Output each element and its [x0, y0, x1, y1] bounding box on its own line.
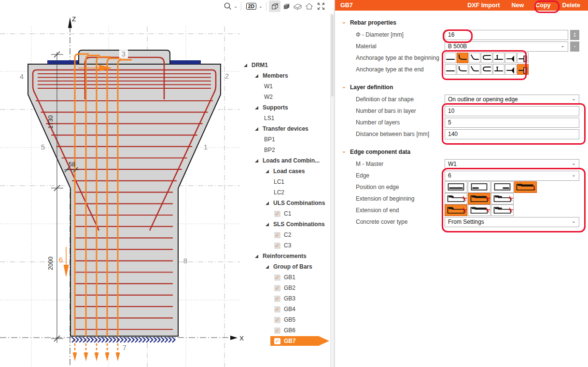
edge-select[interactable]: 6⌄ [445, 171, 579, 181]
section-view-button[interactable] [292, 0, 304, 12]
bar-distance-input[interactable]: 140 [445, 129, 579, 139]
zoom-tool-button[interactable] [222, 0, 234, 12]
anchor-head-icon-button[interactable] [517, 53, 529, 63]
tree-item-uls-combinations[interactable]: ULS Combinations [241, 198, 333, 208]
scrollbar-thumb[interactable] [331, 14, 334, 96]
anchor-plate-icon-button[interactable] [505, 53, 517, 63]
checkbox[interactable]: ✓ [274, 232, 280, 238]
collapse-chevron-icon[interactable]: ⌄ [341, 147, 347, 154]
bar-shape-select[interactable]: On outline or opening edge⌄ [445, 95, 579, 105]
end-part-icon-button[interactable] [491, 181, 514, 193]
chevron-down-icon[interactable]: ⌄ [258, 3, 262, 9]
checkbox[interactable]: ✓ [274, 285, 280, 291]
expander-icon[interactable] [255, 159, 258, 163]
expander-icon[interactable] [255, 106, 258, 109]
tree-item-lc2[interactable]: LC2 [241, 187, 333, 198]
tree-item-c1[interactable]: ✓C1 [241, 208, 333, 219]
tree-item-gb2[interactable]: ✓GB2 [241, 283, 333, 293]
view-mode-button[interactable]: 2D [244, 0, 258, 12]
short-bar-icon-button[interactable] [445, 193, 467, 204]
loop-icon-button[interactable] [481, 53, 492, 63]
expander-icon[interactable] [255, 74, 258, 78]
section-rebar-properties[interactable]: ⌄ Rebar properties [335, 16, 588, 29]
stepped-custom-icon-button[interactable] [514, 181, 537, 193]
checkbox[interactable]: ✓ [274, 317, 280, 323]
tree-item-gb4[interactable]: ✓GB4 [241, 304, 333, 314]
expander-icon[interactable] [255, 255, 258, 258]
bend-icon-button[interactable] [469, 53, 480, 63]
new-button[interactable]: New [512, 2, 524, 9]
tree-item-bp1[interactable]: BP1 [241, 134, 333, 145]
chevron-down-icon[interactable]: ⌄ [234, 3, 238, 9]
add-material-button[interactable]: + [570, 41, 579, 52]
checkbox[interactable]: ✓ [274, 306, 280, 313]
long-bar-icon-button[interactable] [468, 193, 490, 204]
loop-icon-button[interactable] [481, 64, 492, 75]
expander-icon[interactable] [266, 170, 269, 173]
tree-item-bp2[interactable]: BP2 [241, 145, 333, 155]
bearing-plate-right[interactable] [170, 60, 201, 64]
checkbox[interactable]: ✓ [274, 211, 280, 217]
tree-item-reinforcements[interactable]: Reinforcements [241, 251, 333, 261]
bend-icon-button[interactable] [469, 64, 480, 75]
tree-item-sls-combinations[interactable]: SLS Combinations [241, 219, 333, 230]
hook-icon-button[interactable] [457, 53, 468, 63]
checkbox[interactable]: ✓ [274, 243, 280, 249]
number-of-layers-input[interactable]: 5 [445, 118, 579, 128]
whole-edge-icon-button[interactable] [445, 181, 467, 193]
anchor-head-icon-button[interactable] [517, 64, 529, 75]
dxf-import-button[interactable]: DXF Import [467, 2, 500, 9]
tree-item-gb7-selected[interactable]: ✓GB7 [241, 336, 333, 346]
master-select[interactable]: W1⌄ [445, 159, 579, 169]
tree-item-gb5[interactable]: ✓GB5 [241, 314, 333, 325]
expander-icon[interactable] [266, 265, 269, 269]
spinner-down-icon[interactable]: ▼ [574, 35, 576, 38]
anchor-plate-icon-button[interactable] [505, 64, 517, 75]
expander-icon[interactable] [255, 127, 258, 131]
straight-icon-button[interactable] [445, 64, 456, 75]
tree-item-transfer-devices[interactable]: Transfer devices [241, 123, 333, 134]
home-view-button[interactable] [304, 0, 315, 12]
welded-cross-bar-icon-button[interactable] [493, 64, 504, 75]
long-bar-icon-button[interactable] [468, 204, 490, 216]
expander-icon[interactable] [266, 202, 269, 205]
collapse-chevron-icon[interactable]: ⌄ [341, 82, 347, 90]
checkbox[interactable]: ✓ [274, 296, 280, 302]
tree-item-group-of-bars[interactable]: Group of Bars [241, 261, 333, 272]
bars-in-layer-input[interactable]: 10 [445, 106, 579, 116]
solid-view-button[interactable] [280, 0, 292, 12]
copy-button[interactable]: Copy [535, 2, 550, 9]
diameter-input[interactable]: 16 [445, 30, 568, 40]
mid-bar-icon-button[interactable] [491, 204, 514, 216]
diameter-stepper[interactable]: ▲▼ [570, 30, 579, 40]
checkbox[interactable]: ✓ [274, 327, 280, 334]
tree-item-drm1[interactable]: DRM1 [241, 60, 333, 70]
wireframe-view-button[interactable] [269, 0, 280, 12]
hook-icon-button[interactable] [457, 64, 468, 75]
section-edge-component-data[interactable]: ⌄ Edge component data [335, 146, 588, 158]
bearing-plate-left[interactable] [47, 60, 78, 64]
tree-item-w2[interactable]: W2 [241, 92, 333, 102]
tree-item-gb3[interactable]: ✓GB3 [241, 293, 333, 304]
short-bar-icon-button[interactable] [445, 204, 467, 216]
tree-item-members[interactable]: Members [241, 70, 333, 81]
welded-cross-bar-icon-button[interactable] [493, 53, 504, 63]
tree-item-gb1[interactable]: ✓GB1 [241, 272, 333, 283]
collapse-chevron-icon[interactable]: ⌄ [341, 18, 347, 25]
tree-item-loads-and-combinations[interactable]: Loads and Combin... [241, 155, 333, 166]
checkbox[interactable]: ✓ [274, 338, 280, 344]
tree-item-c3[interactable]: ✓C3 [241, 240, 333, 251]
expander-icon[interactable] [244, 64, 247, 67]
tree-item-gb6[interactable]: ✓GB6 [241, 325, 333, 336]
cover-type-select[interactable]: From Settings⌄ [445, 217, 579, 227]
material-select[interactable]: B 500B⌄ [445, 41, 568, 52]
delete-button[interactable]: Delete [562, 2, 580, 9]
straight-icon-button[interactable] [445, 53, 456, 63]
tree-item-c2[interactable]: ✓C2 [241, 230, 333, 240]
section-layer-definition[interactable]: ⌄ Layer definition [335, 81, 588, 94]
expander-icon[interactable] [266, 223, 269, 226]
tree-item-load-cases[interactable]: Load cases [241, 166, 333, 177]
tree-item-w1[interactable]: W1 [241, 81, 333, 92]
tree-item-ls1[interactable]: LS1 [241, 113, 333, 123]
tree-item-supports[interactable]: Supports [241, 102, 333, 113]
